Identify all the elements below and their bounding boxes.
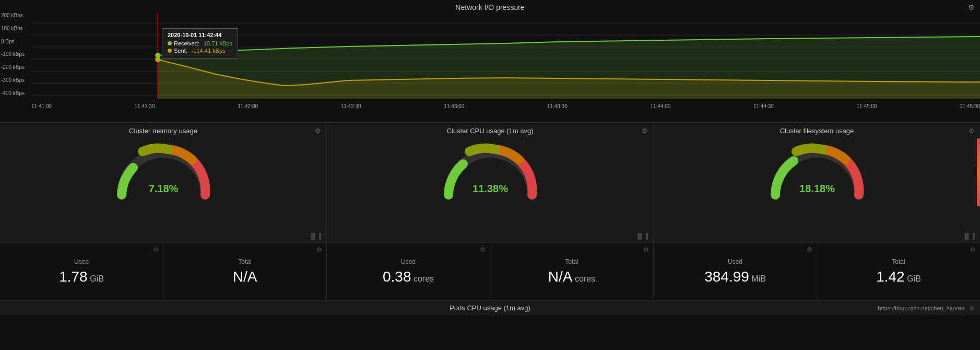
memory-total-label: Total [238, 258, 251, 265]
fs-alert-bar [977, 138, 980, 206]
svg-text:7.18%: 7.18% [148, 183, 178, 194]
x-label: 11:43:00 [444, 103, 464, 109]
chart-tooltip: 2020-10-01 11:42:44 Received: 10.71 kBps… [162, 28, 238, 59]
tooltip-sent-row: Sent: -114.41 kBps [168, 48, 232, 54]
memory-gauge: 7.18% [111, 140, 216, 208]
memory-total-number: N/A [233, 269, 257, 285]
fs-total-number: 1.42 [876, 269, 905, 285]
x-label: 11:45:30 [960, 103, 980, 109]
y-label: 200 kBps [1, 13, 25, 18]
fs-gear-icon[interactable]: ⚙ [969, 127, 975, 135]
tooltip-received-row: Received: 10.71 kBps [168, 40, 232, 46]
memory-gear-icon[interactable]: ⚙ [315, 127, 321, 135]
x-label: 11:42:30 [341, 103, 361, 109]
y-label: 100 kBps [1, 26, 25, 31]
memory-used-label: Used [74, 258, 89, 265]
x-label: 11:42:00 [238, 103, 258, 109]
y-label: 0 Bps [1, 39, 25, 44]
tooltip-datetime: 2020-10-01 11:42:44 [168, 32, 232, 38]
bottom-gear-icon[interactable]: ⚙ [969, 305, 975, 312]
received-dot [168, 41, 172, 45]
svg-text:18.18%: 18.18% [799, 183, 835, 194]
cpu-gauge: 11.38% [438, 140, 542, 208]
chart-gear-icon[interactable]: ⚙ [968, 3, 975, 11]
x-axis: 11:41:00 11:41:30 11:42:00 11:42:30 11:4… [31, 103, 980, 109]
memory-total-value: N/A [233, 269, 257, 285]
gauge-panels-row: Cluster memory usage ⚙ 7.18% ▐▌▐ Cluster… [0, 123, 980, 243]
memory-used-unit: GiB [88, 274, 104, 283]
fs-bars-icon: ▐▌▐ [963, 233, 975, 239]
x-label: 11:45:00 [857, 103, 877, 109]
x-label: 11:41:30 [135, 103, 155, 109]
fs-gauge: 18.18% [765, 140, 869, 208]
chart-title: Network I/O pressure [0, 0, 980, 13]
y-label: -100 kBps [1, 51, 25, 57]
cpu-used-cell: Used 0.38 cores ⚙ [327, 243, 490, 300]
fs-total-cell: Total 1.42 GiB ⚙ [817, 243, 980, 300]
cpu-total-unit: cores [573, 274, 596, 283]
cpu-total-cell: Total N/A cores ⚙ [490, 243, 654, 300]
memory-gauge-panel: Cluster memory usage ⚙ 7.18% ▐▌▐ [0, 123, 327, 242]
fs-used-value: 384.99 MiB [704, 269, 766, 285]
cpu-used-unit: cores [411, 274, 434, 283]
fs-gauge-panel: Cluster filesystem usage ⚙ 18.18% ▐▌▐ [654, 123, 980, 242]
svg-text:11.38%: 11.38% [473, 183, 508, 194]
cpu-used-gear[interactable]: ⚙ [480, 246, 486, 253]
fs-used-cell: Used 384.99 MiB ⚙ [654, 243, 817, 300]
memory-panel-title: Cluster memory usage [129, 127, 197, 135]
fs-used-label: Used [728, 258, 742, 265]
bottom-link: https://blog.csdn.net/chen_haoren [878, 305, 964, 311]
fs-used-number: 384.99 [704, 269, 749, 285]
memory-gauge-svg: 7.18% [111, 140, 216, 203]
stats-row: Used 1.78 GiB ⚙ Total N/A ⚙ Used 0.38 co… [0, 243, 980, 300]
x-label: 11:41:00 [31, 103, 52, 109]
tooltip-sent-value: -114.41 kBps [192, 48, 226, 54]
cpu-used-number: 0.38 [383, 269, 411, 285]
cpu-total-label: Total [565, 258, 578, 265]
cpu-gauge-panel: Cluster CPU usage (1m avg) ⚙ 11.38% ▐▌▐ [327, 123, 654, 242]
cpu-gear-icon[interactable]: ⚙ [642, 127, 648, 135]
x-label: 11:44:30 [753, 103, 774, 109]
y-label: -400 kBps [1, 90, 25, 96]
cpu-total-gear[interactable]: ⚙ [643, 246, 649, 253]
fs-used-gear[interactable]: ⚙ [807, 246, 812, 253]
cpu-used-value: 0.38 cores [383, 269, 434, 285]
y-label: -200 kBps [1, 64, 25, 70]
bottom-bar: Pods CPU usage (1m avg) https://blog.csd… [0, 300, 980, 315]
memory-used-gear[interactable]: ⚙ [153, 246, 159, 253]
cpu-total-value: N/A cores [548, 269, 595, 285]
sent-dot [168, 49, 172, 53]
x-label: 11:43:30 [547, 103, 568, 109]
memory-used-value: 1.78 GiB [59, 269, 104, 285]
x-label: 11:44:00 [650, 103, 670, 109]
network-io-chart: Network I/O pressure ⚙ 200 kBps 100 kBps… [0, 0, 980, 123]
memory-total-gear[interactable]: ⚙ [316, 246, 322, 253]
fs-total-value: 1.42 GiB [876, 269, 921, 285]
cpu-bars-icon: ▐▌▐ [636, 233, 648, 239]
svg-point-11 [155, 57, 160, 62]
fs-total-label: Total [892, 258, 905, 265]
tooltip-sent-label: Sent: [174, 48, 187, 54]
fs-panel-title: Cluster filesystem usage [780, 127, 854, 135]
tooltip-received-value: 10.71 kBps [204, 40, 232, 46]
fs-total-unit: GiB [905, 274, 921, 283]
fs-used-unit: MiB [749, 274, 766, 283]
cpu-total-number: N/A [548, 269, 573, 285]
cpu-panel-title: Cluster CPU usage (1m avg) [446, 127, 533, 135]
memory-bars-icon: ▐▌▐ [309, 233, 321, 239]
y-label: -300 kBps [1, 77, 25, 83]
tooltip-received-label: Received: [174, 40, 199, 46]
chart-area: 200 kBps 100 kBps 0 Bps -100 kBps -200 k… [0, 13, 980, 109]
memory-used-cell: Used 1.78 GiB ⚙ [0, 243, 163, 300]
y-axis: 200 kBps 100 kBps 0 Bps -100 kBps -200 k… [1, 13, 25, 96]
fs-total-gear[interactable]: ⚙ [970, 246, 976, 253]
fs-gauge-svg: 18.18% [765, 140, 869, 203]
bottom-chart-title: Pods CPU usage (1m avg) [450, 304, 530, 312]
memory-used-number: 1.78 [59, 269, 88, 285]
memory-total-cell: Total N/A ⚙ [163, 243, 327, 300]
cpu-used-label: Used [401, 258, 416, 265]
cpu-gauge-svg: 11.38% [438, 140, 542, 203]
